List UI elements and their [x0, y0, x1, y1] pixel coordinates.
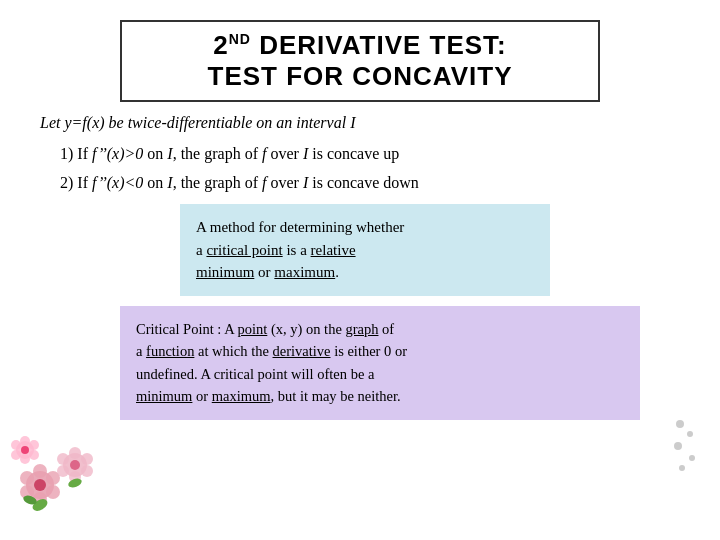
cond1-condition: f’’(x)>0 — [92, 145, 143, 162]
cond1-number: 1) — [60, 145, 73, 162]
purple-line2-after: is either 0 or — [331, 343, 408, 359]
cond1-prefix: If — [77, 145, 92, 162]
title-sup: ND — [229, 31, 251, 47]
blue-end: . — [335, 264, 339, 280]
purple-line2-before: a — [136, 343, 146, 359]
blue-text1: A method for determining whether — [196, 219, 404, 235]
svg-point-19 — [11, 440, 21, 450]
svg-point-3 — [20, 471, 34, 485]
svg-point-17 — [20, 436, 30, 446]
svg-point-22 — [20, 454, 30, 464]
purple-derivative: derivative — [273, 343, 331, 359]
svg-point-10 — [81, 453, 93, 465]
cond2-prefix: If — [77, 174, 92, 191]
condition-2: 2) If f’’(x)<0 on I, the graph of f over… — [60, 169, 680, 196]
svg-point-9 — [69, 447, 81, 459]
cond2-end: over — [266, 174, 302, 191]
condition-1: 1) If f’’(x)>0 on I, the graph of f over… — [60, 140, 680, 167]
cond2-middle: on — [143, 174, 167, 191]
blue-relative: relative — [311, 242, 356, 258]
title-sup-prefix: 2 — [213, 30, 228, 60]
title-line1: 2ND DERIVATIVE TEST: — [213, 30, 507, 61]
cond2-condition: f’’(x)<0 — [92, 174, 143, 191]
blue-minimum: minimum — [196, 264, 254, 280]
svg-point-12 — [81, 465, 93, 477]
svg-point-13 — [57, 465, 69, 477]
title-line2: TEST FOR CONCAVITY — [208, 61, 513, 92]
dots-decoration — [670, 414, 700, 480]
purple-line2-mid: at which the — [194, 343, 272, 359]
cond2-suffix: , the graph of — [173, 174, 262, 191]
svg-point-1 — [33, 464, 47, 478]
conditions-list: 1) If f’’(x)>0 on I, the graph of f over… — [60, 140, 680, 196]
blue-text2-after: is a — [283, 242, 311, 258]
svg-point-15 — [70, 460, 80, 470]
flowers-decoration — [10, 410, 100, 520]
cond1-suffix: , the graph of — [173, 145, 262, 162]
svg-point-11 — [57, 453, 69, 465]
purple-info-box: Critical Point : A point (x, y) on the g… — [120, 306, 640, 420]
intro-I: I — [350, 114, 355, 131]
intro-text: Let y=f(x) be twice-differentiable on an… — [40, 114, 680, 132]
svg-point-21 — [29, 450, 39, 460]
title-line1-text: DERIVATIVE TEST: — [251, 30, 507, 60]
cond2-number: 2) — [60, 174, 73, 191]
title-box: 2ND DERIVATIVE TEST: TEST FOR CONCAVITY — [120, 20, 600, 102]
svg-point-23 — [21, 446, 29, 454]
purple-line1-mid: (x, y) on the — [267, 321, 345, 337]
purple-point: point — [238, 321, 268, 337]
purple-minimum: minimum — [136, 388, 192, 404]
svg-point-31 — [679, 465, 685, 471]
blue-critical-point: critical point — [206, 242, 282, 258]
svg-point-20 — [11, 450, 21, 460]
blue-or: or — [254, 264, 274, 280]
cond1-middle: on — [143, 145, 167, 162]
purple-line3: undefined. A critical point will often b… — [136, 366, 374, 382]
svg-point-27 — [676, 420, 684, 428]
blue-info-box: A method for determining whether a criti… — [180, 204, 550, 296]
cond2-result: is concave down — [308, 174, 419, 191]
purple-line1-before: Critical Point : A — [136, 321, 238, 337]
svg-point-29 — [674, 442, 682, 450]
svg-point-18 — [29, 440, 39, 450]
intro-yfx: y=f(x) — [64, 114, 104, 131]
svg-point-30 — [689, 455, 695, 461]
page: 2ND DERIVATIVE TEST: TEST FOR CONCAVITY … — [0, 0, 720, 540]
purple-maximum: maximum — [212, 388, 271, 404]
intro-before: Let — [40, 114, 64, 131]
purple-line4-after: , but it may be neither. — [271, 388, 401, 404]
svg-point-4 — [46, 485, 60, 499]
blue-text2-before: a — [196, 242, 206, 258]
purple-graph: graph — [345, 321, 378, 337]
purple-line4-mid: or — [192, 388, 211, 404]
blue-maximum: maximum — [274, 264, 335, 280]
svg-point-7 — [34, 479, 46, 491]
cond1-result: is concave up — [308, 145, 399, 162]
purple-line1-after: of — [378, 321, 394, 337]
cond1-end: over — [266, 145, 302, 162]
svg-point-28 — [687, 431, 693, 437]
intro-after: be twice-differentiable on an interval — [105, 114, 351, 131]
purple-function: function — [146, 343, 194, 359]
